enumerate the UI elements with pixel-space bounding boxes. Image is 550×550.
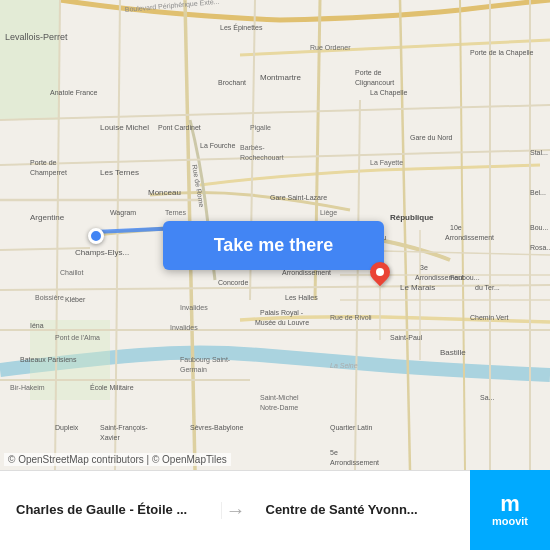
- svg-text:Xavier: Xavier: [100, 434, 121, 441]
- svg-text:Monceau: Monceau: [148, 188, 181, 197]
- svg-text:Bel...: Bel...: [530, 189, 546, 196]
- svg-text:République: République: [390, 213, 434, 222]
- svg-text:Les Ternes: Les Ternes: [100, 168, 139, 177]
- svg-text:Porte de: Porte de: [355, 69, 382, 76]
- svg-text:Rue Ordener: Rue Ordener: [310, 44, 351, 51]
- svg-text:La Chapelle: La Chapelle: [370, 89, 407, 97]
- svg-text:Champs-Elys...: Champs-Elys...: [75, 248, 129, 257]
- svg-text:Liège: Liège: [320, 209, 337, 217]
- svg-text:Porte de la Chapelle: Porte de la Chapelle: [470, 49, 534, 57]
- svg-text:Rosa...: Rosa...: [530, 244, 550, 251]
- origin-marker: [88, 228, 104, 244]
- svg-text:3e: 3e: [420, 264, 428, 271]
- moovit-logo-text: moovit: [492, 515, 528, 527]
- moovit-logo: m moovit: [470, 470, 550, 550]
- svg-text:Saint-Michel: Saint-Michel: [260, 394, 299, 401]
- moovit-m-letter: m: [500, 493, 520, 515]
- svg-text:Bir-Hakeim: Bir-Hakeim: [10, 384, 45, 391]
- svg-text:Bou...: Bou...: [530, 224, 548, 231]
- svg-text:Wagram: Wagram: [110, 209, 136, 217]
- svg-text:Barbès-: Barbès-: [240, 144, 265, 151]
- origin-name: Charles de Gaulle - Étoile ...: [16, 502, 205, 519]
- svg-text:Les Épinettes: Les Épinettes: [220, 23, 263, 32]
- svg-text:Notre-Dame: Notre-Dame: [260, 404, 298, 411]
- bottom-content: Charles de Gaulle - Étoile ... → Centre …: [0, 471, 470, 551]
- svg-text:Sèvres-Babylone: Sèvres-Babylone: [190, 424, 243, 432]
- svg-text:École Militaire: École Militaire: [90, 383, 134, 391]
- svg-text:Bateaux Parisiens: Bateaux Parisiens: [20, 356, 77, 363]
- svg-text:Chemin Vert: Chemin Vert: [470, 314, 509, 321]
- destination-marker: [370, 262, 390, 288]
- svg-rect-1: [0, 0, 60, 120]
- svg-text:Arrondissement: Arrondissement: [445, 234, 494, 241]
- svg-text:Gare Saint-Lazare: Gare Saint-Lazare: [270, 194, 327, 201]
- svg-text:Gare du Nord: Gare du Nord: [410, 134, 453, 141]
- svg-text:5e: 5e: [330, 449, 338, 456]
- svg-text:Saint-Paul: Saint-Paul: [390, 334, 423, 341]
- svg-text:Pigalle: Pigalle: [250, 124, 271, 132]
- svg-text:Rochechouart: Rochechouart: [240, 154, 284, 161]
- svg-text:Palais Royal -: Palais Royal -: [260, 309, 304, 317]
- svg-text:Pont de l'Alma: Pont de l'Alma: [55, 334, 100, 341]
- svg-text:Levallois-Perret: Levallois-Perret: [5, 32, 68, 42]
- svg-text:Invalides: Invalides: [170, 324, 198, 331]
- svg-text:Faubourg Saint-: Faubourg Saint-: [180, 356, 231, 364]
- svg-text:Chaillot: Chaillot: [60, 269, 83, 276]
- svg-text:Rue de Rivoli: Rue de Rivoli: [330, 314, 372, 321]
- svg-text:Stal...: Stal...: [530, 149, 548, 156]
- svg-text:Arrondissement: Arrondissement: [330, 459, 379, 466]
- map-container: Levallois-Perret Les Ternes Monceau Arge…: [0, 0, 550, 470]
- svg-text:Arrondissement: Arrondissement: [282, 269, 331, 276]
- svg-text:Le Marais: Le Marais: [400, 283, 435, 292]
- svg-text:Clignancourt: Clignancourt: [355, 79, 394, 87]
- svg-text:Porte de: Porte de: [30, 159, 57, 166]
- svg-text:Montmartre: Montmartre: [260, 73, 301, 82]
- svg-text:La Fayette: La Fayette: [370, 159, 403, 167]
- svg-text:Pont Cardinet: Pont Cardinet: [158, 124, 201, 131]
- svg-text:Brochant: Brochant: [218, 79, 246, 86]
- destination-station: Centre de Santé Yvonn...: [250, 502, 471, 519]
- origin-station: Charles de Gaulle - Étoile ...: [0, 502, 222, 519]
- svg-text:Concorde: Concorde: [218, 279, 248, 286]
- svg-text:Quartier Latin: Quartier Latin: [330, 424, 373, 432]
- svg-text:Dupleix: Dupleix: [55, 424, 79, 432]
- bottom-bar: Charles de Gaulle - Étoile ... → Centre …: [0, 470, 550, 550]
- svg-text:Saint-François-: Saint-François-: [100, 424, 148, 432]
- svg-text:Invalides: Invalides: [180, 304, 208, 311]
- svg-text:Ternes: Ternes: [165, 209, 187, 216]
- svg-text:La Seine: La Seine: [330, 362, 358, 369]
- take-me-there-button[interactable]: Take me there: [163, 221, 384, 270]
- svg-text:Germain: Germain: [180, 366, 207, 373]
- svg-text:Kléber: Kléber: [65, 296, 86, 303]
- svg-text:Boissière: Boissière: [35, 294, 64, 301]
- arrow-separator: →: [222, 499, 250, 522]
- svg-text:Argentine: Argentine: [30, 213, 65, 222]
- map-attribution: © OpenStreetMap contributors | © OpenMap…: [4, 453, 231, 466]
- svg-text:La Fourche: La Fourche: [200, 142, 236, 149]
- svg-text:Champerret: Champerret: [30, 169, 67, 177]
- svg-text:Louise Michel: Louise Michel: [100, 123, 149, 132]
- svg-text:Anatole France: Anatole France: [50, 89, 98, 96]
- svg-text:Les Halles: Les Halles: [285, 294, 318, 301]
- svg-text:Iéna: Iéna: [30, 322, 44, 329]
- svg-text:10e: 10e: [450, 224, 462, 231]
- svg-text:Bastille: Bastille: [440, 348, 466, 357]
- svg-text:Musée du Louvre: Musée du Louvre: [255, 319, 309, 326]
- svg-text:du Ter...: du Ter...: [475, 284, 500, 291]
- svg-text:Faubou...: Faubou...: [450, 274, 480, 281]
- svg-text:Sa...: Sa...: [480, 394, 494, 401]
- destination-name: Centre de Santé Yvonn...: [266, 502, 455, 519]
